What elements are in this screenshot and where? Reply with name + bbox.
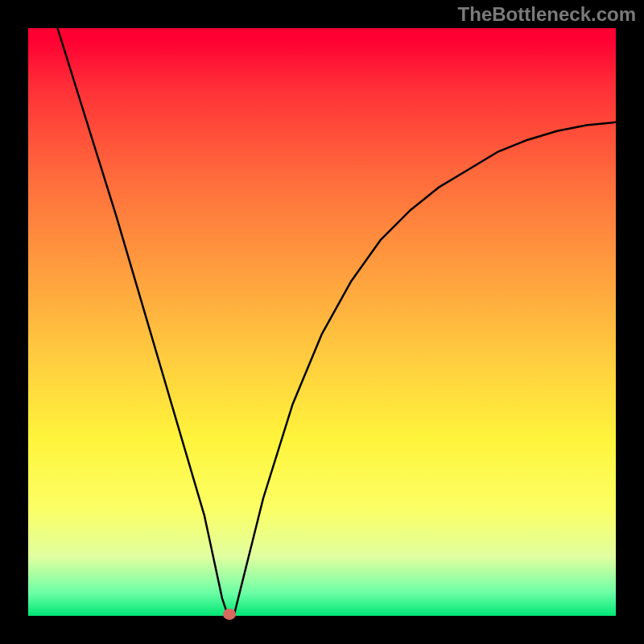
watermark-text: TheBottleneck.com: [458, 3, 636, 26]
curve-layer: [28, 28, 616, 616]
bottleneck-curve: [28, 28, 616, 616]
minimum-marker: [223, 609, 236, 620]
chart-container: TheBottleneck.com: [0, 0, 644, 644]
